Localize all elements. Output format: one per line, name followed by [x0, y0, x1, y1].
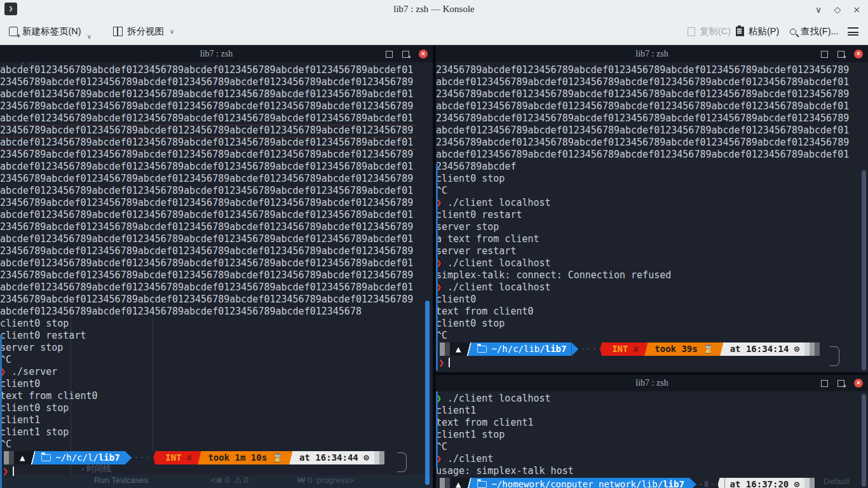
powerline-joint	[719, 342, 725, 356]
powerline-block	[9, 451, 14, 464]
terminal-line: ^C	[436, 441, 868, 453]
detach-pane-icon[interactable]	[402, 51, 409, 58]
copy-label: 复制(C)	[700, 25, 731, 37]
terminal-pane-left[interactable]: lib7 : zsh × abcdef0123456789abcdef01234…	[0, 46, 433, 488]
powerline-joint	[31, 451, 36, 464]
terminal-line: 23456789abcdef0123456789abcdef0123456789…	[0, 100, 433, 112]
window-title: lib7 : zsh — Konsole	[0, 0, 868, 18]
prompt-frame-bracket	[397, 452, 407, 472]
powerline-joint	[197, 451, 203, 464]
timestamp-segment: at 16:34:44 ⊙	[294, 451, 374, 464]
scrollbar-thumb[interactable]	[425, 301, 430, 485]
terminal-output: 23456789abcdef0123456789abcdef0123456789…	[436, 64, 868, 342]
directory-name: lib7	[98, 451, 120, 464]
powerline-block	[810, 342, 815, 356]
timestamp-segment: at 16:34:14 ⊙	[725, 342, 805, 356]
terminal-line: 23456789abcdef0123456789abcdef0123456789…	[436, 137, 868, 149]
terminal-line: 23456789abcdef0123456789abcdef0123456789…	[0, 269, 433, 281]
powerline-arrow	[718, 478, 725, 488]
os-arch-icon: ▲	[450, 342, 466, 356]
terminal-line: client0	[0, 378, 433, 390]
detach-pane-icon[interactable]	[837, 380, 844, 387]
terminal-line: 23456789abcdef0123456789abcdef0123456789…	[436, 88, 868, 100]
folder-icon	[477, 346, 487, 353]
terminal-line: ❯ ./server	[0, 366, 433, 378]
main-toolbar: 新建标签页(N) ∨ 拆分视图 ∨ 复制(C) 粘贴(P) 查找(F)...	[0, 18, 868, 45]
hamburger-menu-button[interactable]	[848, 18, 858, 44]
exit-status-segment: INT ✘	[607, 342, 644, 356]
terminal-line: client1 stop	[0, 426, 433, 438]
terminal-line: abcdef0123456789abcdef0123456789abcdef01…	[436, 100, 868, 112]
powerline-joint	[644, 342, 649, 356]
powerline-block	[445, 342, 450, 356]
terminal-line: abcdef0123456789abcdef0123456789abcdef01…	[0, 257, 433, 269]
find-label: 查找(F)...	[801, 25, 839, 37]
terminal-line: 23456789abcdef0123456789abcdef0123456789…	[0, 76, 433, 88]
duration-label: took 1m 10s	[208, 451, 272, 464]
minimize-icon[interactable]: ∨	[813, 4, 824, 15]
powerline-prompt: ▲~/h/c/lib/lib7···INT ✘took 39s ⌛at 16:3…	[440, 342, 868, 356]
powerline-arrow	[689, 478, 696, 488]
powerline-block	[445, 478, 450, 488]
maximize-icon[interactable]: ◇	[832, 4, 843, 15]
os-arch-icon: ▲	[450, 478, 466, 488]
pane-header: lib7 : zsh ×	[436, 46, 868, 62]
new-tab-button[interactable]: 新建标签页(N) ∨	[9, 18, 92, 44]
terminal-output: abcdef0123456789abcdef0123456789abcdef01…	[0, 64, 433, 451]
split-view-icon	[113, 27, 123, 36]
terminal-line: server stop	[0, 342, 433, 354]
copy-button[interactable]: 复制(C)	[688, 18, 731, 44]
close-pane-icon[interactable]: ×	[854, 50, 863, 58]
powerline-prompt: ▲~/h/c/l/lib7···INT ✘took 1m 10s ⌛at 16:…	[4, 451, 433, 464]
terminal-pane-top-right[interactable]: lib7 : zsh × 23456789abcdef0123456789abc…	[436, 46, 868, 372]
terminal-line: abcdef0123456789abcdef0123456789abcdef01…	[0, 185, 433, 197]
find-button[interactable]: 查找(F)...	[790, 18, 839, 44]
paste-button[interactable]: 粘贴(P)	[736, 18, 779, 44]
duration-segment: took 1m 10s ⌛	[203, 451, 288, 464]
terminal-line: ❯ ./client localhost	[436, 197, 868, 209]
powerline-block	[440, 342, 445, 356]
powerline-joint	[466, 342, 472, 356]
close-pane-icon[interactable]: ×	[854, 379, 863, 388]
close-pane-icon[interactable]: ×	[419, 50, 428, 58]
maximize-pane-icon[interactable]	[386, 51, 393, 58]
timestamp-label: at 16:37:20	[730, 478, 794, 488]
powerline-block	[815, 342, 820, 356]
search-icon	[790, 29, 796, 35]
timestamp-label: at 16:34:14	[730, 342, 794, 356]
terminal-line: abcdef0123456789abcdef0123456789abcdef01…	[0, 209, 433, 221]
terminal-line: abcdef0123456789abcdef0123456789abcdef01…	[0, 88, 433, 100]
detach-pane-icon[interactable]	[837, 51, 844, 58]
maximize-pane-icon[interactable]	[821, 51, 828, 58]
terminal-line: simplex-talk: connect: Connection refuse…	[436, 269, 868, 281]
new-output-marker	[436, 164, 438, 370]
pane-title: lib7 : zsh	[200, 49, 233, 58]
text-cursor	[449, 358, 450, 367]
terminal-pane-bottom-right[interactable]: lib7 : zsh × ❯ ./client localhostclient1…	[436, 375, 868, 488]
directory-path: ~/h/c/lib/	[491, 342, 545, 356]
scrollbar-thumb[interactable]	[862, 394, 866, 487]
terminal-line: 23456789abcdef0123456789abcdef0123456789…	[0, 221, 433, 233]
window-titlebar[interactable]: ❯ lib7 : zsh — Konsole ∨ ◇ ×	[0, 0, 868, 18]
terminal-line: client0 stop	[0, 318, 433, 330]
exit-status-label: INT	[612, 342, 634, 356]
clock-icon: ⊙	[794, 478, 799, 488]
clock-icon: ⊙	[363, 451, 369, 464]
terminal-line: abcdef0123456789abcdef0123456789abcdef01…	[0, 137, 433, 149]
new-output-marker	[436, 391, 438, 469]
close-icon[interactable]: ×	[851, 4, 862, 15]
maximize-pane-icon[interactable]	[821, 380, 828, 387]
directory-segment: ~/h/c/l/lib7	[36, 451, 125, 464]
copy-icon	[688, 27, 695, 36]
terminal-line: client0 stop	[436, 318, 868, 330]
prompt-frame-bracket	[830, 346, 839, 366]
powerline-arrow	[153, 451, 160, 464]
terminal-line: client0 stop	[0, 402, 433, 414]
terminal-line: usage: simplex-talk host	[436, 465, 868, 477]
terminal-line: abcdef0123456789abcdef0123456789abcdef01…	[0, 233, 433, 245]
terminal-line: ^C	[0, 438, 433, 451]
powerline-block	[440, 478, 445, 488]
scrollbar-thumb[interactable]	[862, 170, 866, 370]
split-view-button[interactable]: 拆分视图 ∨	[113, 18, 174, 44]
directory-segment: ~/homework/conputer_network/lib/lib7	[472, 478, 689, 488]
